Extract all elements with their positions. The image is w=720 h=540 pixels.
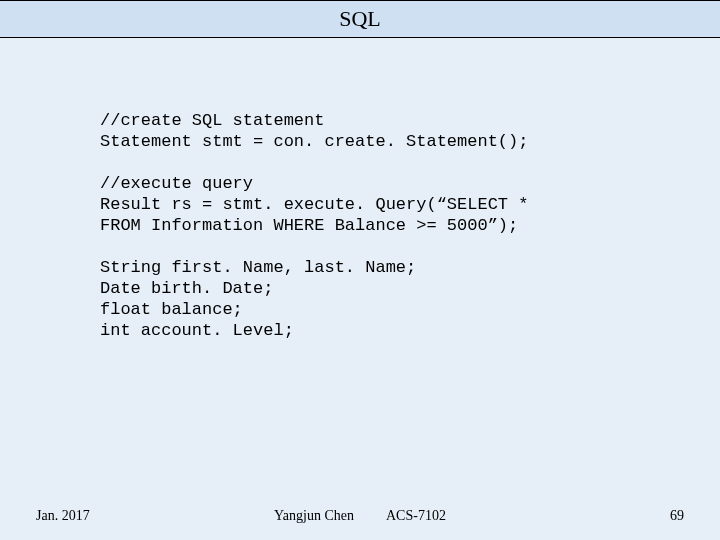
footer-course: ACS-7102 (386, 508, 446, 523)
footer-page-number: 69 (670, 508, 684, 524)
code-block: //create SQL statement Statement stmt = … (100, 110, 640, 341)
slide-title: SQL (0, 0, 720, 38)
footer-author: Yangjun Chen (274, 508, 354, 523)
footer-center: Yangjun ChenACS-7102 (0, 508, 720, 524)
slide: SQL //create SQL statement Statement stm… (0, 0, 720, 540)
